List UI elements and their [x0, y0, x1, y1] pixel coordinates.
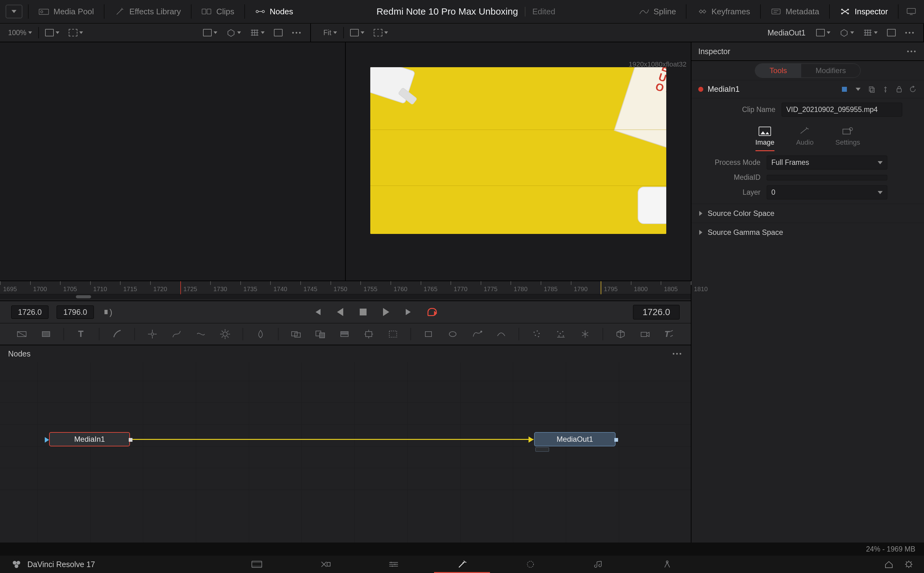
pin-icon[interactable]	[881, 85, 890, 94]
reset-icon[interactable]	[908, 85, 917, 94]
spline-toggle[interactable]: Spline	[634, 4, 680, 19]
loop-toggle[interactable]	[425, 305, 439, 319]
viewer2-opt2[interactable]	[837, 27, 857, 39]
play[interactable]	[379, 305, 393, 319]
scroll-thumb[interactable]	[76, 295, 91, 298]
3d-camera-tool[interactable]	[638, 327, 652, 341]
step-back[interactable]	[333, 305, 347, 319]
viewer1-zoom[interactable]: 100%	[5, 27, 35, 39]
section-source-gamma[interactable]: Source Gamma Space	[691, 223, 924, 242]
svg-point-29	[449, 332, 456, 337]
keyframes-toggle[interactable]: Keyframes	[692, 4, 754, 19]
inspector-more[interactable]: •••	[907, 48, 917, 55]
3d-shape-tool[interactable]	[614, 327, 627, 341]
resolve-logo-icon	[11, 559, 22, 570]
media-pool-toggle[interactable]: Media Pool	[34, 4, 98, 19]
viewer2-opt1[interactable]	[813, 27, 833, 38]
page-color[interactable]	[496, 556, 565, 573]
page-fairlight[interactable]	[565, 556, 633, 573]
matte-tool[interactable]	[338, 327, 351, 341]
page-deliver[interactable]	[633, 556, 701, 573]
nodes-toggle[interactable]: Nodes	[251, 4, 298, 19]
inspector-tab-tools[interactable]: Tools	[755, 64, 801, 77]
project-settings-button[interactable]	[904, 560, 913, 569]
viewer1-opt3[interactable]	[247, 27, 268, 38]
copy-icon[interactable]	[868, 85, 876, 94]
merge-tool[interactable]	[314, 327, 327, 341]
resize-tool[interactable]	[386, 327, 400, 341]
huecurves-tool[interactable]	[194, 327, 208, 341]
particles3-tool[interactable]	[578, 327, 592, 341]
particles2-tool[interactable]	[554, 327, 568, 341]
viewer2-more[interactable]: •••	[902, 27, 918, 38]
versions-dropdown[interactable]	[854, 85, 862, 94]
metadata-toggle[interactable]: Metadata	[766, 4, 824, 19]
ruler-scrollbar[interactable]	[0, 294, 691, 299]
viewer1-layout1[interactable]	[42, 27, 62, 38]
viewer-right[interactable]: 1920x1080xfloat32 E RU RO S	[346, 42, 691, 280]
home-button[interactable]	[884, 560, 893, 569]
colorcurves-tool[interactable]	[170, 327, 183, 341]
viewer2-fit[interactable]: Fit	[320, 27, 340, 39]
in-time[interactable]: 1726.0	[11, 305, 48, 319]
process-mode-select[interactable]: Full Frames	[767, 155, 887, 169]
viewer1-more[interactable]: •••	[289, 27, 305, 38]
effects-library-toggle[interactable]: Effects Library	[110, 4, 185, 19]
workspace-switcher[interactable]	[6, 5, 22, 18]
time-ruler[interactable]: 1695170017051710171517201725173017351740…	[0, 281, 691, 294]
color-swatch[interactable]	[840, 85, 849, 94]
text-tool[interactable]: T	[75, 327, 88, 341]
out-time[interactable]: 1796.0	[56, 305, 94, 319]
fullscreen-toggle[interactable]	[904, 4, 918, 19]
inspector-tab-modifiers[interactable]: Modifiers	[801, 64, 860, 77]
page-media[interactable]	[223, 556, 291, 573]
fastnoise-tool[interactable]	[39, 327, 53, 341]
particles1-tool[interactable]	[530, 327, 543, 341]
viewer-left[interactable]	[0, 42, 346, 280]
viewer2-layout2[interactable]	[371, 27, 391, 38]
inspector-subtab-settings[interactable]: Settings	[835, 127, 860, 151]
current-time[interactable]: 1726.0	[633, 305, 680, 319]
node-mediain[interactable]: MediaIn1	[49, 432, 130, 446]
audio-toggle[interactable]	[102, 305, 116, 319]
viewer2-opt4[interactable]	[884, 27, 899, 38]
blur-tool[interactable]	[254, 327, 267, 341]
tracker-tool[interactable]	[145, 327, 159, 341]
viewer2-source[interactable]: MediaOut1	[763, 28, 810, 38]
layer-select[interactable]: 0	[767, 185, 887, 199]
channelbool-tool[interactable]	[289, 327, 303, 341]
clips-toggle[interactable]: Clips	[197, 4, 239, 19]
transform-tool[interactable]	[362, 327, 376, 341]
inspector-subtab-audio[interactable]: Audio	[796, 127, 814, 151]
bspline-mask-tool[interactable]	[494, 327, 508, 341]
viewer2-layout1[interactable]	[347, 27, 367, 38]
background-tool[interactable]	[15, 327, 29, 341]
viewer1-layout2[interactable]	[66, 27, 86, 38]
polygon-mask-tool[interactable]	[470, 327, 484, 341]
page-edit[interactable]	[359, 556, 428, 573]
inspector-toggle[interactable]: Inspector	[835, 4, 892, 19]
nodes-panel-more[interactable]: •••	[673, 350, 683, 357]
viewer1-opt1[interactable]	[200, 27, 220, 38]
brightness-tool[interactable]	[218, 327, 232, 341]
viewer1-opt2[interactable]	[223, 27, 244, 39]
inspector-subtab-image[interactable]: Image	[755, 127, 774, 151]
paint-tool[interactable]	[110, 327, 124, 341]
node-graph[interactable]: MediaIn1 MediaOut1	[0, 362, 691, 556]
lock-icon[interactable]	[895, 85, 904, 94]
section-source-color[interactable]: Source Color Space	[691, 204, 924, 223]
mediaid-field[interactable]	[767, 175, 887, 180]
rectangle-mask-tool[interactable]	[421, 327, 435, 341]
page-cut[interactable]	[291, 556, 359, 573]
stop[interactable]	[356, 305, 370, 319]
viewer2-opt3[interactable]	[860, 27, 881, 38]
ellipse-mask-tool[interactable]	[446, 327, 459, 341]
clip-name-field[interactable]: VID_20210902_095955.mp4	[782, 103, 902, 117]
page-fusion[interactable]	[428, 556, 496, 573]
go-start[interactable]	[310, 305, 324, 319]
enable-dot-icon[interactable]	[698, 87, 703, 92]
node-mediaout[interactable]: MediaOut1	[534, 432, 616, 446]
go-end[interactable]	[402, 305, 416, 319]
3d-text-tool[interactable]: T	[662, 327, 676, 341]
viewer1-opt4[interactable]	[271, 27, 286, 38]
